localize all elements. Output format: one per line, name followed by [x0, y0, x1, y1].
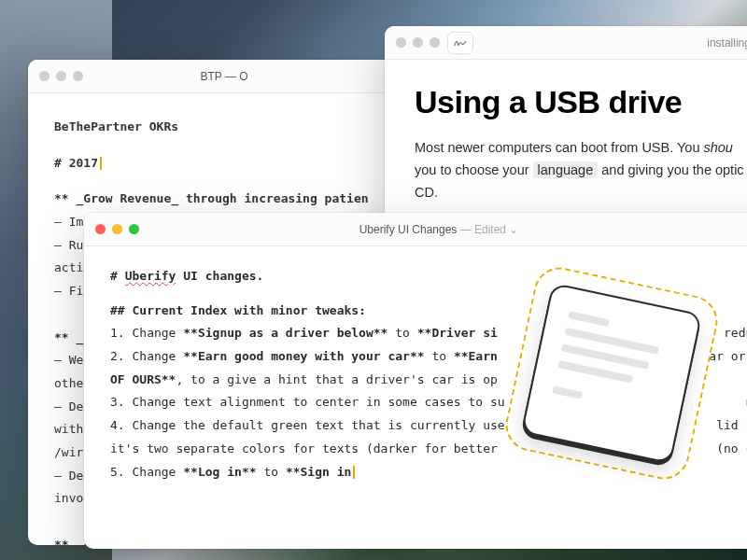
- window-title: installing-ubuntu.md —: [707, 36, 747, 49]
- document-sticker-illustration: [500, 262, 722, 483]
- signature-icon: [454, 37, 467, 49]
- doc-heading: BeThePartner OKRs: [54, 116, 394, 139]
- close-icon[interactable]: [39, 71, 49, 81]
- maximize-icon[interactable]: [129, 224, 139, 234]
- titlebar-usb[interactable]: installing-ubuntu.md —: [385, 26, 747, 60]
- close-icon[interactable]: [95, 224, 106, 234]
- maximize-icon[interactable]: [430, 37, 440, 48]
- maximize-icon[interactable]: [73, 71, 83, 81]
- minimize-icon[interactable]: [56, 71, 66, 81]
- preview-toggle-button[interactable]: [447, 32, 473, 54]
- window-title: Uberify UI Changes — Edited ⌄: [84, 223, 747, 236]
- traffic-lights[interactable]: [396, 37, 440, 48]
- paragraph: Most newer computers can boot from USB. …: [415, 137, 747, 204]
- preview-body-usb[interactable]: Using a USB drive Most newer computers c…: [385, 60, 747, 229]
- titlebar-uberify[interactable]: Uberify UI Changes — Edited ⌄ 768: [84, 213, 747, 246]
- text-cursor-icon: [100, 157, 102, 170]
- year-line: # 2017: [54, 156, 98, 170]
- close-icon[interactable]: [396, 37, 406, 48]
- minimize-icon[interactable]: [112, 224, 122, 234]
- text-line: ** _Grow Revenue_ through increasing pat…: [54, 188, 394, 211]
- page-heading: Using a USB drive: [415, 84, 747, 120]
- minimize-icon[interactable]: [413, 37, 423, 48]
- spellcheck-underline: Uberify: [125, 269, 176, 283]
- window-title: BTP — O: [28, 70, 420, 83]
- traffic-lights[interactable]: [95, 224, 139, 234]
- inline-code: language: [533, 161, 599, 178]
- titlebar-btp[interactable]: BTP — O: [28, 60, 420, 93]
- traffic-lights[interactable]: [39, 71, 83, 81]
